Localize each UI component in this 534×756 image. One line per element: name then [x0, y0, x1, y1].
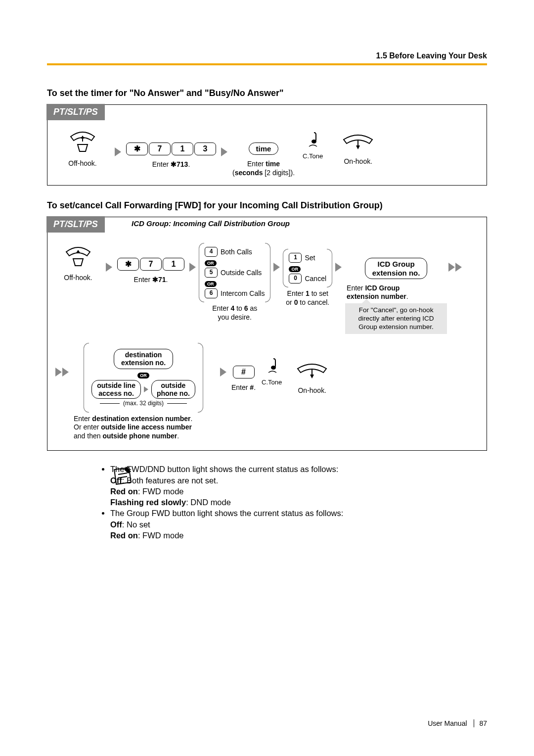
svg-marker-4 [76, 250, 80, 253]
destination-group: destinationextension no. OR outside line… [86, 346, 201, 409]
ctone-label: C.Tone [303, 152, 323, 160]
list-item: The FWD/DND button light shows the curre… [110, 464, 487, 508]
onhook-icon [295, 359, 329, 381]
caption-onhook2: On-hook. [298, 386, 326, 395]
arrow-icon [273, 263, 280, 272]
key-0: 0 [289, 274, 302, 284]
arrow-icon [335, 263, 342, 272]
svg-point-1 [312, 140, 316, 143]
svg-line-9 [118, 473, 127, 474]
outside-line-field: outside lineaccess no. [91, 380, 141, 399]
proc-tag-1: PT/SLT/PS [46, 104, 105, 120]
svg-point-5 [271, 366, 276, 370]
cancel-note: For "Cancel", go on-hook directly after … [345, 303, 447, 334]
caption-onhook1: On-hook. [344, 157, 372, 166]
key-1: 1 [163, 258, 184, 271]
icd-group-field: ICD Groupextension no. [365, 258, 428, 279]
opt-both-calls: Both Calls [221, 248, 252, 256]
proc-box-2: PT/SLT/PS ICD Group: Incoming Call Distr… [47, 217, 487, 451]
header-rule [47, 63, 487, 65]
note-pencil-icon [111, 465, 134, 487]
key-3: 3 [194, 142, 216, 155]
caption-enter-713: Enter ✱713. [152, 160, 190, 169]
opt-cancel: Cancel [305, 275, 326, 283]
time-field: time [249, 142, 279, 155]
caption-enter-time: Enter time(seconds [2 digits]). [232, 160, 295, 177]
svg-marker-2 [356, 145, 360, 149]
proc-tag-2: PT/SLT/PS [46, 216, 105, 233]
onhook-icon [341, 130, 375, 152]
outside-phone-field: outsidephone no. [151, 380, 195, 399]
notes-list: The FWD/DND button light shows the curre… [101, 464, 487, 541]
key-star: ✱ [126, 142, 148, 155]
proc-box-1: PT/SLT/PS Off-hook. ✱ 7 1 3 [47, 104, 487, 186]
opt-intercom-calls: Intercom Calls [221, 289, 265, 297]
arrow-icon [220, 368, 226, 377]
or-pill: OR [205, 260, 217, 266]
arrow-icon [115, 147, 121, 156]
key-7: 7 [140, 258, 162, 271]
page-footer: User Manual 87 [428, 719, 487, 727]
keypad-713: ✱ 7 1 3 [126, 142, 216, 155]
confirmation-tone-icon [304, 130, 322, 151]
caption-hash: Enter #. [231, 383, 256, 392]
arrow-icon [221, 147, 227, 156]
caption-1or0: Enter 1 to setor 0 to cancel. [286, 289, 329, 307]
footer-page: 87 [479, 719, 487, 727]
key-hash: # [233, 366, 255, 378]
key-1: 1 [172, 142, 193, 155]
ctone-label: C.Tone [262, 378, 282, 386]
key-7: 7 [149, 142, 171, 155]
option-group-456: 4Both Calls OR 5Outside Calls OR 6Interc… [201, 246, 268, 299]
max-digits-note: (max. 32 digits) [91, 400, 195, 407]
caption-enter-71: Enter ✱71. [134, 276, 168, 284]
option-group-10: 1Set OR 0Cancel [285, 252, 330, 284]
svg-marker-6 [310, 375, 314, 378]
arrow-icon [106, 263, 112, 272]
dest-ext-field: destinationextension no. [114, 349, 173, 369]
breadcrumb: 1.5 Before Leaving Your Desk [376, 51, 487, 60]
section1-title: To set the timer for "No Answer" and "Bu… [47, 88, 487, 98]
section2-title: To set/cancel Call Forwarding [FWD] for … [47, 200, 487, 211]
caption-offhook2: Off-hook. [64, 274, 92, 283]
opt-outside-calls: Outside Calls [221, 269, 262, 277]
or-pill: OR [205, 281, 217, 287]
arrow-icon [144, 386, 148, 392]
key-5: 5 [205, 268, 218, 278]
list-item: The Group FWD button light shows the cur… [110, 508, 487, 541]
caption-destination: Enter destination extension number. Or e… [74, 415, 192, 441]
key-4: 4 [205, 247, 218, 257]
key-star: ✱ [117, 258, 139, 271]
or-pill: OR [289, 266, 301, 272]
svg-line-10 [118, 476, 127, 478]
arrow-icon [189, 263, 196, 272]
caption-4to6: Enter 4 to 6 asyou desire. [212, 304, 257, 322]
or-pill: OR [137, 373, 149, 378]
offhook-icon [63, 245, 93, 269]
proc-subtitle: ICD Group: Incoming Call Distribution Gr… [132, 219, 290, 228]
double-arrow-icon [448, 263, 462, 272]
key-1: 1 [289, 253, 302, 263]
double-arrow-icon [55, 368, 69, 377]
footer-manual: User Manual [428, 719, 467, 727]
key-6: 6 [205, 288, 218, 298]
keypad-71: ✱ 7 1 [117, 258, 184, 271]
caption-offhook1: Off-hook. [68, 159, 96, 168]
opt-set: Set [305, 254, 315, 262]
caption-icd: Enter ICD Groupextension number. [347, 284, 408, 301]
svg-marker-0 [81, 136, 85, 139]
confirmation-tone-icon [264, 356, 280, 378]
offhook-icon [67, 130, 98, 154]
